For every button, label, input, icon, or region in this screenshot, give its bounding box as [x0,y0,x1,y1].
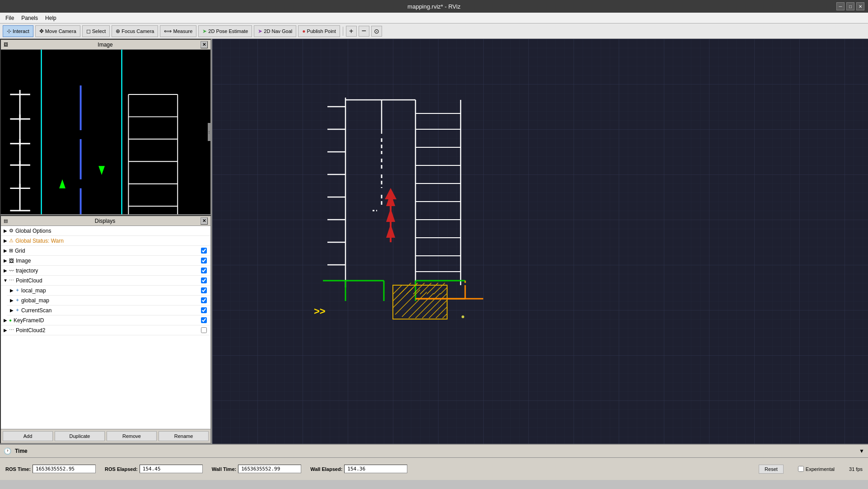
nav-goal-button[interactable]: ➤ 2D Nav Goal [254,25,296,37]
image-svg [1,50,210,214]
menu-file[interactable]: File [2,14,18,22]
grid-checkbox[interactable] [201,248,207,254]
global-options-icon: ⚙ [9,228,14,234]
interact-icon: ⊹ [7,28,11,34]
displays-icon: ▤ [4,218,8,223]
experimental-checkbox-container: Experimental [798,466,835,472]
displays-title: Displays [95,218,115,224]
display-item-grid[interactable]: ▶ ⊞ Grid [1,246,210,256]
pointcloud-checkbox[interactable] [201,277,207,283]
expand-grid[interactable]: ▶ [3,248,8,254]
wall-elapsed-field: Wall Elapsed: 154.36 [310,465,407,473]
display-item-image[interactable]: ▶ 🖼 Image [1,256,210,266]
expand-trajectory[interactable]: ▶ [3,268,8,273]
display-item-trajectory[interactable]: ▶ 〰 trajectory [1,266,210,276]
expand-global-map[interactable]: ▶ [9,298,14,303]
wall-time-field: Wall Time: 1653635552.99 [212,465,301,473]
display-label-trajectory: trajectory [16,268,201,274]
menu-help[interactable]: Help [42,14,60,22]
3d-view[interactable]: >> [212,39,868,444]
expand-global-status[interactable]: ▶ [3,238,8,244]
display-item-currentscan[interactable]: ▶ ✦ CurrentScan [7,306,210,315]
add-display-button[interactable]: Add [3,431,53,441]
display-item-keyframeid[interactable]: ▶ ● KeyFrameID [1,315,210,325]
displays-panel-header: ▤ Displays ✕ [1,216,210,226]
display-item-global-map[interactable]: ▶ ✦ global_map [7,296,210,306]
move-camera-button[interactable]: ✥ Move Camera [35,25,80,37]
time-bar: 🕐 Time ▼ [0,444,868,457]
image-panel-close[interactable]: ✕ [201,41,208,48]
trajectory-icon: 〰 [9,268,14,273]
remove-display-button[interactable]: Remove [107,431,157,441]
image-panel: 🖼 Image ✕ [0,39,211,215]
interact-button[interactable]: ⊹ Interact [3,25,33,37]
ros-elapsed-value: 154.45 [140,465,203,473]
display-label-global-map: global_map [21,297,201,304]
display-label-grid: Grid [15,248,201,254]
zoom-out-button[interactable]: − [359,26,369,37]
display-label-image: Image [16,258,201,264]
display-label-global-status: Global Status: Warn [15,238,209,244]
display-label-pointcloud: PointCloud [16,277,201,284]
grid-icon: ⊞ [9,248,13,254]
displays-list[interactable]: ▶ ⚙ Global Options ▶ ⚠ Global Status: Wa… [1,226,210,429]
display-item-pointcloud[interactable]: ▼ ⋯ PointCloud [1,276,210,286]
move-camera-icon: ✥ [39,28,44,34]
zoom-reset-button[interactable]: ⊙ [371,26,382,37]
duplicate-display-button[interactable]: Duplicate [55,431,105,441]
restore-button[interactable]: □ [846,2,854,10]
global-map-checkbox[interactable] [201,297,207,303]
currentscan-icon: ✦ [15,307,19,313]
left-panel: 🖼 Image ✕ [0,39,212,444]
minimize-button[interactable]: ─ [836,2,845,10]
close-button[interactable]: ✕ [856,2,864,10]
currentscan-checkbox[interactable] [201,307,207,313]
ros-elapsed-field: ROS Elapsed: 154.45 [105,465,203,473]
zoom-in-button[interactable]: + [346,26,357,37]
wall-time-label: Wall Time: [212,466,236,472]
expand-global-options[interactable]: ▶ [3,228,8,234]
wall-elapsed-value: 154.36 [344,465,407,473]
display-item-global-options[interactable]: ▶ ⚙ Global Options [1,226,210,236]
ros-time-label: ROS Time: [5,466,31,472]
displays-toolbar: Add Duplicate Remove Rename [1,429,210,443]
publish-point-button[interactable]: ● Publish Point [298,25,340,37]
expand-image[interactable]: ▶ [3,258,8,263]
reset-button[interactable]: Reset [759,465,784,474]
display-item-pointcloud2[interactable]: ▶ ⋯ PointCloud2 [1,325,210,335]
keyframeid-checkbox[interactable] [201,317,207,323]
display-item-global-status[interactable]: ▶ ⚠ Global Status: Warn [1,236,210,246]
time-section-label: Time [15,448,28,454]
rename-display-button[interactable]: Rename [159,431,209,441]
trajectory-checkbox[interactable] [201,268,207,273]
experimental-checkbox[interactable] [798,466,804,472]
menu-panels[interactable]: Panels [18,14,42,22]
svg-rect-0 [1,50,210,214]
expand-local-map[interactable]: ▶ [9,288,14,293]
expand-keyframeid[interactable]: ▶ [3,318,8,323]
pose-estimate-button[interactable]: ➤ 2D Pose Estimate [198,25,252,37]
time-close-icon[interactable]: ▼ [859,448,864,454]
global-status-icon: ⚠ [9,238,14,244]
measure-button[interactable]: ⟺ Measure [160,25,196,37]
image-display-icon: 🖼 [9,258,14,263]
ros-time-field: ROS Time: 1653635552.95 [5,465,96,473]
keyframeid-icon: ● [9,318,12,323]
select-button[interactable]: ◻ Select [82,25,110,37]
local-map-checkbox[interactable] [201,287,207,293]
pointcloud2-checkbox[interactable] [201,327,207,333]
fps-display: 31 fps [849,466,863,472]
menubar: File Panels Help [0,13,868,24]
publish-point-icon: ● [302,28,305,34]
image-display-checkbox[interactable] [201,258,207,263]
display-item-local-map[interactable]: ▶ ✦ local_map [7,286,210,296]
expand-pointcloud[interactable]: ▼ [3,278,8,283]
expand-currentscan[interactable]: ▶ [9,308,14,313]
clock-icon: 🕐 [4,447,11,455]
display-label-keyframeid: KeyFrameID [14,317,201,324]
global-map-icon: ✦ [15,297,19,303]
expand-pointcloud2[interactable]: ▶ [3,328,8,333]
displays-panel-close[interactable]: ✕ [201,217,208,225]
focus-camera-button[interactable]: ⊕ Focus Camera [112,25,158,37]
focus-camera-icon: ⊕ [116,28,120,34]
